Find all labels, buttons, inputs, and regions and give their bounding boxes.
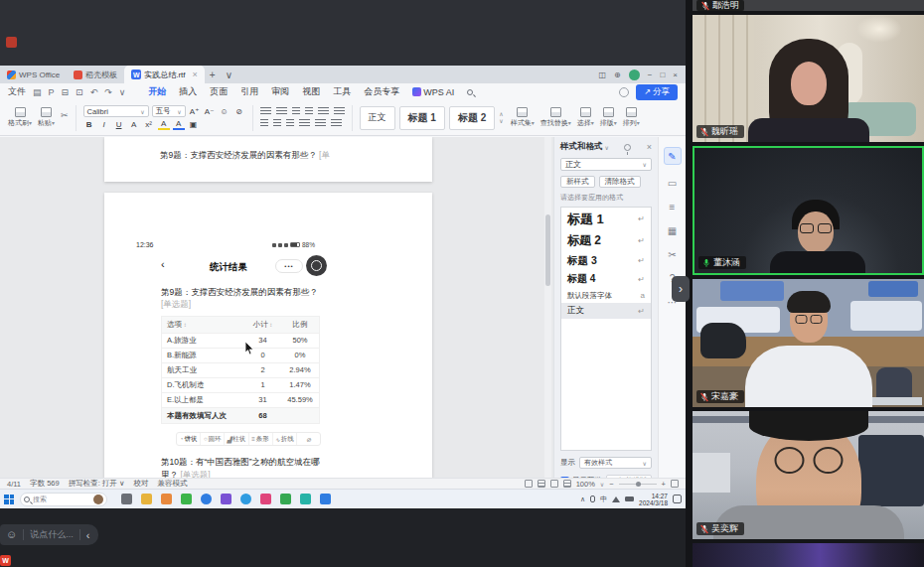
app-icon[interactable]: [280, 494, 291, 504]
document-scrollbar[interactable]: [544, 137, 551, 478]
gallery-scroll[interactable]: ∧∨: [499, 111, 503, 124]
app-icon[interactable]: [221, 494, 231, 504]
clear-format-button[interactable]: 清除格式: [599, 176, 641, 188]
scrollbar-thumb[interactable]: [545, 214, 550, 286]
chat-input-bar[interactable]: ☺ 说点什么... ‹: [0, 524, 98, 545]
pin-icon[interactable]: [624, 144, 631, 151]
export-pdf-icon[interactable]: P: [49, 87, 55, 97]
format-painter-button[interactable]: 格式刷▾: [8, 107, 32, 128]
zoom-slider[interactable]: [619, 484, 657, 485]
participant-video[interactable]: 吴奕辉: [693, 411, 924, 539]
file-menu[interactable]: 文件: [8, 85, 26, 98]
start-button[interactable]: [4, 495, 14, 504]
tab-document[interactable]: W 实践总结.rtf ×: [124, 66, 205, 83]
font-family-select[interactable]: Calibri∨: [83, 105, 149, 117]
app-icon[interactable]: [201, 494, 212, 504]
taskbar-search[interactable]: 搜索: [20, 493, 107, 506]
window-stack-icon[interactable]: ◫: [599, 71, 607, 79]
paste-button[interactable]: 粘贴▾: [38, 107, 55, 128]
ribbon-tab-page[interactable]: 页面: [210, 85, 228, 98]
wps-taskbar-icon[interactable]: W: [0, 555, 11, 566]
font-color-button[interactable]: A: [173, 119, 185, 130]
zoom-chevron-icon[interactable]: ∨: [600, 481, 604, 488]
ime-indicator[interactable]: 中: [600, 495, 607, 504]
outline-view-icon[interactable]: [563, 480, 571, 488]
typeset-button[interactable]: 排版▾: [600, 107, 617, 128]
fullscreen-icon[interactable]: [671, 480, 679, 488]
mic-tray-icon[interactable]: [590, 496, 595, 502]
ribbon-tab-wps-ai[interactable]: WPS AI: [412, 87, 454, 97]
tab-docer[interactable]: 稻壳模板: [67, 66, 124, 83]
style-normal[interactable]: 正文: [360, 106, 395, 130]
select-tool-icon[interactable]: ▭: [668, 178, 677, 189]
globe-icon[interactable]: ⊕: [614, 71, 621, 79]
new-tab-button[interactable]: +: [205, 66, 221, 83]
minimize-button[interactable]: −: [648, 71, 653, 79]
app-icon[interactable]: [141, 494, 152, 504]
document-page-1[interactable]: 第9题：支撑西安经济发展的因素有那些？ [单: [104, 137, 432, 182]
char-scale-icon[interactable]: [318, 107, 329, 116]
cut-icon[interactable]: ✂: [61, 110, 69, 120]
style-heading2[interactable]: 标题 2: [449, 106, 495, 130]
style-set-button[interactable]: 样式集▾: [511, 107, 535, 128]
calendar-icon[interactable]: ▦: [668, 225, 677, 236]
increase-indent-icon[interactable]: [305, 107, 313, 116]
select-button[interactable]: 选择▾: [577, 107, 594, 128]
participant-video-partial[interactable]: [693, 543, 924, 567]
edit-pen-icon[interactable]: ✎: [664, 147, 682, 165]
print-icon[interactable]: ⊟: [62, 87, 70, 97]
line-spacing-icon[interactable]: [334, 107, 345, 116]
efficiency-icon[interactable]: [619, 87, 629, 97]
clear-format-icon[interactable]: ⊘: [233, 107, 245, 116]
clip-tool-icon[interactable]: ✂: [668, 249, 676, 260]
view-mode-icon[interactable]: [525, 480, 533, 488]
style-item-heading2[interactable]: 标题 2↵: [561, 230, 651, 251]
ribbon-search-icon[interactable]: [467, 87, 473, 97]
app-icon[interactable]: [181, 494, 192, 504]
italic-button[interactable]: I: [98, 120, 110, 129]
bullets-icon[interactable]: [260, 107, 271, 116]
shading-icon[interactable]: [331, 119, 342, 128]
ribbon-tab-home[interactable]: 开始: [148, 85, 166, 98]
find-replace-button[interactable]: 查找替换▾: [540, 107, 571, 128]
spellcheck-status[interactable]: 拼写检查: 打开 ∨: [69, 479, 125, 489]
display-select[interactable]: 有效样式∨: [579, 457, 652, 469]
zoom-out-button[interactable]: −: [609, 480, 613, 489]
bold-button[interactable]: B: [83, 120, 95, 129]
arrange-button[interactable]: 排列▾: [623, 107, 640, 128]
participant-video[interactable]: 宋嘉豪: [693, 279, 924, 407]
shrink-font-icon[interactable]: A⁻: [204, 107, 216, 116]
proofread-button[interactable]: 校对: [133, 479, 148, 489]
panel-close-icon[interactable]: ×: [647, 142, 652, 152]
underline-button[interactable]: U: [113, 120, 125, 129]
ribbon-tab-view[interactable]: 视图: [302, 85, 320, 98]
zoom-level[interactable]: 100%: [576, 480, 595, 489]
text-effects-icon[interactable]: ☺: [219, 107, 231, 116]
decrease-indent-icon[interactable]: [292, 107, 300, 116]
highlight-color-button[interactable]: A: [158, 119, 170, 130]
app-icon[interactable]: [121, 494, 132, 504]
web-view-icon[interactable]: [550, 480, 558, 488]
style-heading1[interactable]: 标题 1: [399, 106, 445, 130]
font-size-select[interactable]: 五号∨: [152, 105, 186, 117]
zoom-in-button[interactable]: +: [662, 480, 666, 489]
page-view-icon[interactable]: [538, 480, 545, 488]
network-icon[interactable]: [612, 496, 620, 502]
app-icon[interactable]: [260, 494, 271, 504]
chat-placeholder[interactable]: 说点什么...: [30, 528, 74, 541]
participant-video-speaking[interactable]: 董沐涵: [693, 146, 924, 275]
undo-icon[interactable]: ↶: [90, 87, 98, 97]
open-icon[interactable]: ▤: [33, 87, 42, 97]
style-item-heading4[interactable]: 标题 4↵: [561, 270, 651, 288]
close-window-button[interactable]: ×: [673, 71, 678, 79]
ribbon-tab-reference[interactable]: 引用: [240, 85, 258, 98]
tray-expand-icon[interactable]: ∧: [580, 496, 585, 503]
outline-icon[interactable]: ≡: [670, 202, 676, 213]
participant-video-partial[interactable]: 鄢浩明: [693, 0, 924, 11]
superscript-icon[interactable]: x²: [143, 120, 155, 129]
account-avatar[interactable]: [629, 70, 640, 80]
grow-font-icon[interactable]: A⁺: [189, 107, 201, 116]
app-icon[interactable]: [240, 494, 251, 504]
notification-icon[interactable]: [673, 495, 682, 503]
ribbon-tab-tools[interactable]: 工具: [333, 85, 351, 98]
